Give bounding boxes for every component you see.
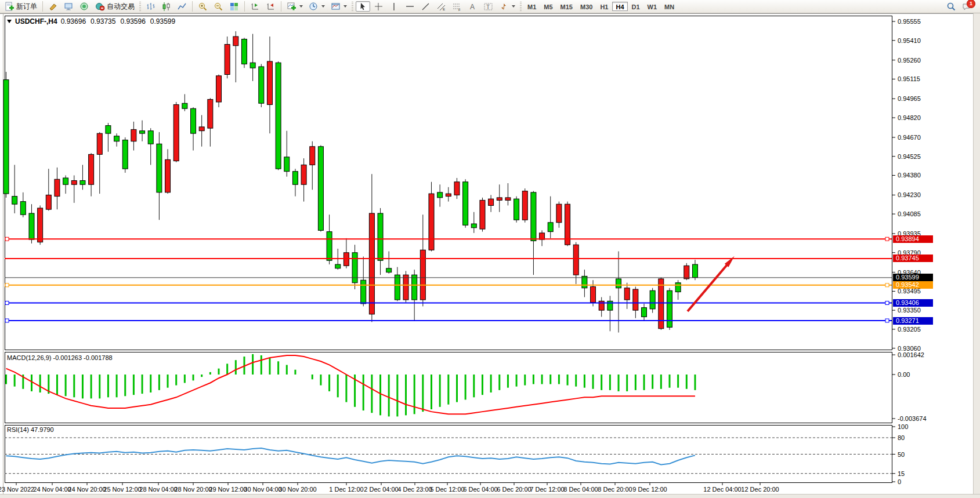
tile-windows-button[interactable] bbox=[227, 1, 241, 12]
price-tick-label: 0.94380 bbox=[898, 172, 921, 179]
candle-body bbox=[97, 133, 102, 154]
chat-icon: 1 bbox=[962, 2, 972, 12]
price-tick-label: 0.94525 bbox=[898, 153, 921, 160]
price-tick-label: 0.94820 bbox=[898, 114, 921, 121]
svg-text:E: E bbox=[443, 8, 445, 11]
timeframe-m5[interactable]: M5 bbox=[540, 2, 556, 11]
zoom-in-button[interactable] bbox=[196, 1, 210, 12]
price-tag-label: 0.93542 bbox=[893, 281, 933, 289]
high-value: 0.93735 bbox=[91, 17, 115, 26]
time-tick-label: 23 Nov 2022 bbox=[0, 486, 34, 493]
trendline-button[interactable] bbox=[418, 1, 433, 12]
new-order-icon bbox=[5, 2, 15, 12]
candle-body bbox=[157, 144, 162, 192]
candle-body bbox=[403, 275, 408, 300]
candle-body bbox=[199, 127, 204, 131]
candle-body bbox=[343, 253, 349, 266]
notifications-button[interactable]: 1 bbox=[960, 1, 974, 12]
timeframe-mn[interactable]: MN bbox=[661, 2, 678, 11]
toolbar-separator bbox=[244, 1, 245, 12]
cursor-icon bbox=[358, 2, 368, 12]
new-order-button[interactable]: 新订单 bbox=[2, 1, 39, 12]
timeframe-m30[interactable]: M30 bbox=[577, 2, 596, 11]
navigator-button[interactable] bbox=[77, 1, 92, 12]
arrows-icon bbox=[499, 2, 509, 12]
candle-body bbox=[591, 286, 596, 302]
line-marker bbox=[5, 283, 9, 287]
symbol-period-label: USDCHF-,H4 bbox=[15, 17, 57, 26]
timeframe-h4[interactable]: H4 bbox=[612, 2, 627, 11]
price-tag-label: 0.93271 bbox=[893, 317, 933, 325]
rsi-axis-label: 80 bbox=[898, 434, 905, 441]
timeframe-h1[interactable]: H1 bbox=[596, 2, 612, 11]
price-tag-label: 0.93599 bbox=[893, 274, 933, 281]
periods-button[interactable] bbox=[306, 1, 327, 12]
timeframe-w1[interactable]: W1 bbox=[644, 2, 661, 11]
rsi-value: 47.9790 bbox=[31, 426, 54, 433]
terminal-button[interactable] bbox=[62, 1, 76, 12]
low-value: 0.93596 bbox=[120, 17, 145, 26]
time-tick-label: 8 Dec 20:00 bbox=[598, 486, 632, 493]
arrows-button[interactable] bbox=[497, 1, 518, 12]
candle-body bbox=[642, 308, 647, 317]
bar-chart-icon bbox=[146, 2, 156, 12]
candle-body bbox=[497, 198, 502, 201]
bar-chart-button[interactable] bbox=[143, 1, 158, 12]
toolbar-separator bbox=[42, 1, 43, 12]
cursor-button[interactable] bbox=[356, 1, 370, 12]
indicators-button[interactable] bbox=[284, 1, 305, 12]
chart-header: USDCHF-,H4 0.93696 0.93735 0.93596 0.935… bbox=[7, 17, 175, 26]
templates-button[interactable] bbox=[328, 1, 349, 12]
candle-body bbox=[191, 108, 196, 133]
zoom-out-button[interactable] bbox=[211, 1, 226, 12]
crosshair-button[interactable] bbox=[371, 1, 386, 12]
candle-body bbox=[548, 223, 553, 232]
line-marker bbox=[885, 301, 889, 305]
text-label-button[interactable]: T bbox=[481, 1, 496, 12]
price-tick-label: 0.95555 bbox=[898, 18, 921, 25]
candle-body bbox=[378, 213, 383, 260]
fibonacci-button[interactable]: F bbox=[450, 1, 464, 12]
candle-body bbox=[89, 154, 94, 184]
vline-icon bbox=[389, 2, 399, 12]
line-marker bbox=[5, 301, 9, 305]
candle-body bbox=[131, 129, 136, 141]
chart-shift-button[interactable] bbox=[248, 1, 262, 12]
candle-body bbox=[233, 37, 238, 46]
auto-scroll-button[interactable] bbox=[263, 1, 278, 12]
auto-trading-button[interactable]: 自动交易 bbox=[93, 1, 137, 12]
notification-badge: 1 bbox=[967, 0, 975, 8]
vertical-line-button[interactable] bbox=[387, 1, 402, 12]
time-tick-label: 7 Dec 12:00 bbox=[530, 486, 564, 493]
equidistant-channel-button[interactable]: E bbox=[434, 1, 449, 12]
candle-body bbox=[420, 250, 425, 300]
timeframe-m15[interactable]: M15 bbox=[557, 2, 576, 11]
line-marker bbox=[885, 319, 889, 322]
autotrade-icon bbox=[95, 2, 105, 12]
line-chart-button[interactable] bbox=[175, 1, 189, 12]
price-tick-label: 0.95410 bbox=[898, 37, 921, 44]
candle-body bbox=[573, 245, 578, 275]
macd-axis-label: 0.001642 bbox=[898, 351, 924, 358]
time-tick-label: 8 Dec 04:00 bbox=[563, 486, 598, 493]
time-tick-label: 6 Dec 04:00 bbox=[463, 486, 497, 493]
candle-body bbox=[284, 157, 290, 172]
search-button[interactable] bbox=[944, 1, 959, 12]
candle-body bbox=[114, 136, 120, 141]
timeframe-m1[interactable]: M1 bbox=[524, 2, 540, 11]
time-tick-label: 28 Nov 04:00 bbox=[139, 486, 177, 493]
timeframe-d1[interactable]: D1 bbox=[628, 2, 643, 11]
candle-body bbox=[454, 182, 460, 195]
candlestick-button[interactable] bbox=[159, 1, 173, 12]
chart-window[interactable]: USDCHF-,H4 0.93696 0.93735 0.93596 0.935… bbox=[0, 13, 980, 498]
style-button[interactable] bbox=[46, 1, 60, 12]
text-button[interactable]: A bbox=[465, 1, 480, 12]
price-tick-label: 0.94230 bbox=[898, 191, 921, 198]
horizontal-line-button[interactable] bbox=[403, 1, 417, 12]
candle-body bbox=[412, 275, 417, 300]
time-tick-label: 4 Dec 23:00 bbox=[397, 486, 432, 493]
price-tick-label: 0.95260 bbox=[898, 57, 921, 64]
toolbar-handle bbox=[139, 2, 141, 11]
candle-body bbox=[80, 180, 85, 184]
candle-body bbox=[12, 197, 17, 205]
